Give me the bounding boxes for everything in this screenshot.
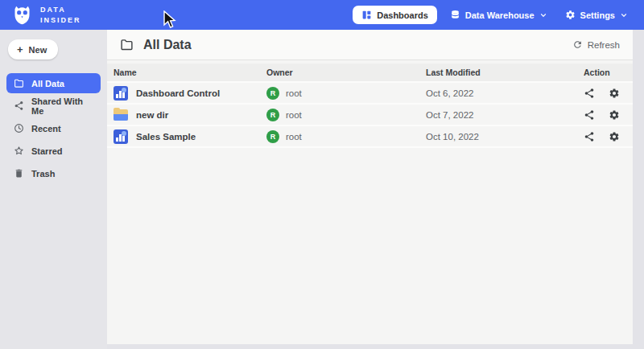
share-icon[interactable]	[584, 88, 595, 99]
owner-name: root	[286, 132, 302, 142]
top-header: DATA INSIDER Dashboards Data Warehouse	[0, 0, 644, 30]
refresh-button[interactable]: Refresh	[572, 39, 620, 50]
sidebar-item-label: Trash	[31, 169, 55, 179]
owl-logo-icon	[11, 4, 33, 26]
dashboard-file-icon	[114, 86, 128, 101]
table-row[interactable]: new dir R root Oct 7, 2022	[107, 105, 633, 126]
trash-icon	[14, 168, 24, 179]
top-nav: Dashboards Data Warehouse Settings	[353, 6, 633, 24]
last-modified: Oct 6, 2022	[426, 88, 584, 98]
database-icon	[450, 10, 460, 20]
sidebar-item-trash[interactable]: Trash	[6, 163, 101, 183]
clock-icon	[14, 123, 24, 133]
sidebar-item-label: Shared With Me	[31, 96, 93, 116]
share-icon[interactable]	[584, 109, 595, 121]
chevron-down-icon	[620, 11, 628, 19]
settings-label: Settings	[580, 10, 615, 20]
owner-name: root	[286, 88, 302, 98]
gear-icon	[565, 10, 576, 20]
refresh-icon	[572, 39, 583, 50]
sidebar-item-label: All Data	[31, 79, 64, 88]
sidebar-item-recent[interactable]: Recent	[6, 118, 101, 138]
column-header-action: Action	[584, 68, 633, 77]
owner-avatar: R	[266, 109, 279, 121]
gear-icon[interactable]	[609, 109, 620, 121]
brand[interactable]: DATA INSIDER	[11, 4, 81, 26]
gear-icon[interactable]	[609, 88, 620, 99]
folder-file-icon	[114, 108, 128, 122]
last-modified: Oct 10, 2022	[426, 132, 584, 142]
gear-icon[interactable]	[609, 131, 620, 142]
table-row[interactable]: Dashboard Control R root Oct 6, 2022	[107, 83, 633, 105]
main-panel: All Data Refresh Name Owner Last Modifie…	[107, 30, 633, 344]
table-header-row: Name Owner Last Modified Action	[107, 64, 633, 83]
folder-icon	[14, 78, 24, 88]
sidebar-item-shared-with-me[interactable]: Shared With Me	[6, 96, 101, 116]
dashboards-button[interactable]: Dashboards	[353, 6, 437, 24]
share-icon[interactable]	[584, 131, 595, 142]
folder-icon	[120, 38, 134, 51]
title-bar: All Data Refresh	[107, 30, 633, 60]
refresh-label: Refresh	[588, 40, 620, 50]
dashboards-label: Dashboards	[377, 10, 428, 20]
sidebar-item-starred[interactable]: Starred	[6, 141, 101, 161]
column-header-name: Name	[107, 68, 266, 77]
owner-avatar: R	[266, 87, 279, 100]
owner-avatar: R	[266, 130, 279, 143]
column-header-owner: Owner	[266, 68, 426, 77]
plus-icon: +	[17, 43, 23, 55]
settings-menu[interactable]: Settings	[560, 6, 633, 24]
column-header-last-modified: Last Modified	[426, 68, 584, 77]
sidebar: + New All Data Shared With Me Recent	[0, 30, 107, 349]
sidebar-item-label: Recent	[31, 124, 61, 133]
page-title: All Data	[143, 38, 192, 52]
sidebar-item-label: Starred	[31, 146, 63, 156]
data-table: Name Owner Last Modified Action Dashboar…	[107, 64, 633, 148]
new-button[interactable]: + New	[8, 39, 58, 60]
owner-name: root	[286, 110, 302, 120]
brand-name: DATA INSIDER	[40, 5, 81, 24]
data-warehouse-label: Data Warehouse	[465, 10, 535, 20]
data-warehouse-menu[interactable]: Data Warehouse	[445, 6, 552, 24]
app-window: DATA INSIDER Dashboards Data Warehouse	[0, 0, 644, 349]
file-name[interactable]: new dir	[136, 110, 168, 120]
dashboard-file-icon	[114, 129, 128, 144]
star-icon	[14, 146, 24, 156]
table-row[interactable]: Sales Sample R root Oct 10, 2022	[107, 126, 633, 148]
file-name[interactable]: Sales Sample	[136, 132, 196, 142]
dashboards-grid-icon	[361, 10, 372, 20]
last-modified: Oct 7, 2022	[426, 110, 584, 120]
file-name[interactable]: Dashboard Control	[136, 88, 220, 98]
sidebar-item-all-data[interactable]: All Data	[6, 73, 101, 93]
share-icon	[14, 101, 24, 111]
chevron-down-icon	[539, 11, 547, 19]
new-button-label: New	[29, 45, 47, 55]
